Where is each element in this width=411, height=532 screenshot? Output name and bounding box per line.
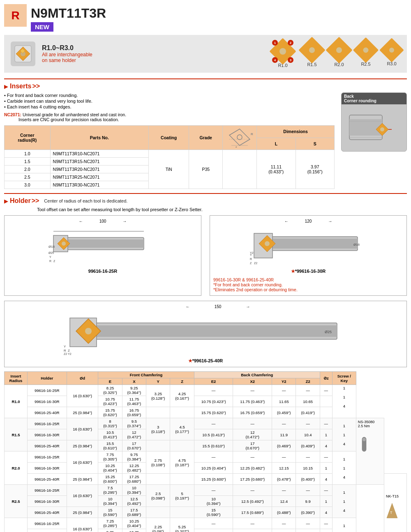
th-Z2: Z2 [296, 378, 320, 385]
svg-text:Z2 Y2: Z2 Y2 [64, 352, 72, 355]
inserts-header: ▶ Inserts >> [4, 83, 407, 90]
svg-text:Z: Z [250, 262, 252, 265]
holder-arrow: ▶ [4, 198, 8, 204]
banner: R1.0~R3.0 All are interchangeable on sam… [4, 35, 407, 73]
svg-text:R: R [251, 132, 253, 136]
holder-diagrams: ←100→ Ø16 Ø25 Y R [4, 215, 407, 296]
table-row: R2.5 99616-16-25R 16 (0.630") 7.5(0.295"… [5, 485, 407, 496]
svg-text:Ø25: Ø25 [48, 251, 54, 254]
inserts-bullets: For front and back corner rounding. Carb… [4, 92, 335, 110]
svg-point-32 [265, 241, 270, 246]
r-badge: R [4, 4, 27, 27]
svg-point-43 [85, 328, 92, 334]
th-E: E [98, 378, 122, 385]
svg-point-5 [237, 135, 242, 140]
holder-suffix: >> [32, 197, 39, 205]
banner-desc2: on same holder [42, 58, 263, 63]
insert-r25: R2.5 [357, 41, 375, 67]
label-99616-16-25R: 99616-16-25R [8, 269, 198, 274]
svg-text:Z2: Z2 [254, 262, 257, 265]
th-Y: Y [146, 378, 170, 385]
col-L: L [257, 138, 296, 150]
svg-rect-29 [267, 239, 358, 249]
th-front: Front Chamfering [98, 372, 194, 378]
svg-rect-18 [62, 240, 144, 248]
label-99616-25-40R: ★*99616-25-40R [8, 358, 403, 364]
th-Z: Z [170, 378, 194, 385]
th-E2: E2 [194, 378, 233, 385]
svg-rect-11 [349, 119, 382, 136]
svg-text:Z: Z [68, 349, 70, 352]
bullet-1: For front and back corner rounding. [4, 92, 335, 98]
svg-text:T: T [390, 511, 393, 515]
svg-text:s: s [236, 146, 237, 147]
svg-text:R: R [49, 260, 51, 263]
banner-desc1: All are interchangeable [42, 52, 263, 58]
back-corner-box: Back Corner rounding [341, 92, 407, 152]
th-back: Back Chamfering [194, 372, 320, 378]
svg-text:Z: Z [53, 260, 55, 263]
diagram-99616-25-40R: ←150→ Y R Z Z2 Y2 Ø25 ★*99616-25-40R [4, 301, 407, 367]
main-table: InsertRadius Holder Ød Front Chamfering … [4, 371, 407, 532]
banner-text: R1.0~R3.0 All are interchangeable on sam… [42, 44, 263, 63]
svg-text:R: R [64, 349, 66, 352]
svg-text:R: R [250, 258, 252, 260]
new-badge: NEW [31, 22, 53, 32]
inserts-suffix: >> [32, 83, 40, 90]
col-dimensions: Dimensions [257, 126, 335, 138]
table-row: 1.0 N9MT11T3R10-NC2071 TiN P35 11.11(0.4… [5, 150, 335, 158]
svg-text:Y: Y [49, 256, 51, 258]
diagram-99616-16-25R: ←100→ Ø16 Ø25 Y R [4, 215, 201, 296]
diagram-99616-16-30R: ←120→ Y R Z Z2 Y2 Ø16 [210, 215, 407, 296]
table-row: R1.0 99616-16-25R 16 (0.630") 8.25(0.325… [5, 385, 407, 396]
th-Y2: Y2 [272, 378, 296, 385]
svg-text:Y: Y [64, 345, 66, 348]
insert-r15: R1.5 [302, 41, 321, 67]
insert-r30: R3.0 [383, 41, 400, 66]
label-99616-16-30R: ★*99616-16-30R [213, 269, 403, 274]
col-diagram: R s [223, 126, 257, 150]
table-row: R1.5 99616-16-25R 16 (0.630") 8(0.315") … [5, 418, 407, 429]
th-X2: X2 [233, 378, 272, 385]
th-holder: Holder [27, 372, 67, 385]
svg-text:Ø16: Ø16 [353, 243, 360, 246]
th-insert-radius: InsertRadius [5, 372, 28, 385]
back-corner-label-2: Corner rounding [344, 99, 376, 103]
col-radius: Cornerradius(R) [5, 126, 51, 150]
insert-variants: 1 2 4 3 R1.0 R1.5 R2.0 [271, 40, 400, 68]
inserts-table: Cornerradius(R) Parts No. Coating Grade … [4, 125, 335, 189]
th-oz: ⊘z [320, 372, 332, 385]
section-arrow: ▶ [4, 83, 8, 90]
col-grade: Grade [189, 126, 223, 150]
insert-icon [11, 41, 35, 66]
svg-point-50 [363, 438, 366, 441]
inserts-title: Inserts [10, 83, 31, 90]
bullet-3: Each insert has 4 cutting edges. [4, 104, 335, 110]
holder-note1: Center of radius of each tool is dedicat… [44, 198, 127, 203]
inserts-left: For front and back corner rounding. Carb… [4, 92, 335, 189]
holder-title: Holder [10, 197, 31, 205]
th-X: X [122, 378, 146, 385]
inserts-section: ▶ Inserts >> For front and back corner r… [4, 78, 407, 189]
holder-note2: Tool offset can be set after measuring t… [37, 207, 407, 212]
holder-header: ▶ Holder >> Center of radius of each too… [4, 197, 407, 205]
back-corner-label-1: Back [344, 94, 354, 99]
svg-marker-4 [229, 129, 250, 145]
nc-note: NC2071: Universal grade for all unharden… [4, 112, 335, 122]
insert-r20: R2.0 [330, 41, 349, 67]
header: R N9MT11T3R NEW [4, 4, 407, 32]
svg-point-13 [380, 127, 384, 131]
col-coating: Coating [148, 126, 189, 150]
table-row: R3.0 99616-16-25R 16 (0.630") 7.25(0.285… [5, 518, 407, 529]
insert-r1: 1 2 4 3 R1.0 [271, 40, 294, 68]
inserts-right: Back Corner rounding [341, 92, 407, 189]
banner-title: R1.0~R3.0 [42, 44, 263, 52]
svg-text:Ø16: Ø16 [48, 245, 55, 249]
th-od: Ød [67, 372, 98, 385]
col-parts: Parts No. [50, 126, 148, 150]
svg-text:Y2: Y2 [250, 251, 254, 254]
holder-section: ▶ Holder >> Center of radius of each too… [4, 193, 407, 367]
svg-text:Ø25: Ø25 [325, 330, 332, 334]
th-screw: Screw /Key [332, 372, 356, 385]
star-notes: 99616-16-30R & 99616-25-40R *For front a… [213, 277, 403, 292]
